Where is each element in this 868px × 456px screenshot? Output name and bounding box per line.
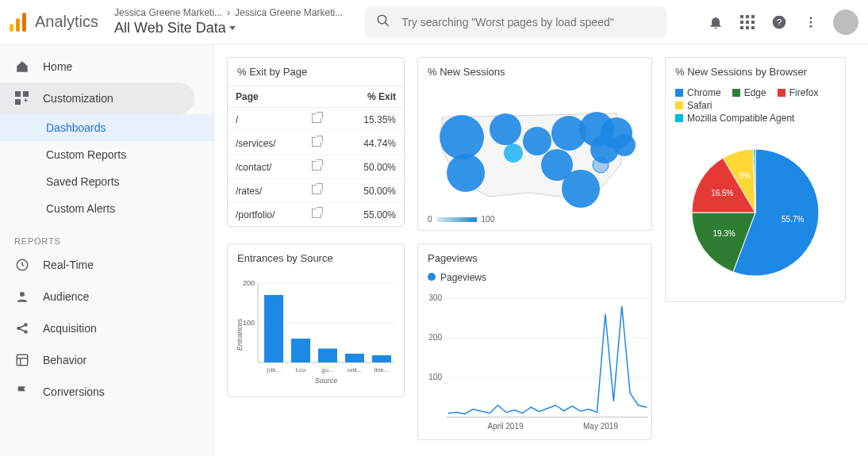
card-new-sessions-map: % New Sessions 0 100: [417, 57, 652, 231]
col-exit[interactable]: % Exit: [339, 86, 405, 108]
nav-customization[interactable]: Customization: [0, 82, 194, 114]
apps-icon[interactable]: [738, 13, 757, 32]
nav-home[interactable]: Home: [0, 51, 194, 82]
svg-text:8%: 8%: [739, 171, 751, 180]
chevron-right-icon: ›: [227, 7, 230, 18]
svg-rect-7: [751, 15, 755, 18]
nav-realtime[interactable]: Real-Time: [0, 249, 194, 281]
exit-cell: 44.74%: [339, 132, 405, 155]
user-avatar[interactable]: [833, 10, 858, 35]
nav-home-label: Home: [43, 60, 72, 73]
svg-rect-0: [10, 24, 13, 32]
table-row[interactable]: /contact/50.00%: [228, 155, 404, 179]
product-name: Analytics: [35, 13, 98, 31]
sub-dashboards[interactable]: Dashboards: [0, 114, 213, 141]
col-page[interactable]: Page: [228, 86, 304, 108]
svg-rect-1: [16, 18, 20, 32]
scale-min: 0: [428, 215, 432, 224]
table-row[interactable]: /services/44.74%: [228, 132, 404, 155]
open-icon[interactable]: [304, 179, 338, 203]
page-cell: /: [228, 108, 304, 132]
svg-line-4: [385, 22, 389, 26]
legend-chrome: Chrome: [675, 87, 721, 98]
card-entrances-by-source: Entrances by Source Entrances 200 100 (d…: [227, 243, 405, 397]
sub-custom-reports[interactable]: Custom Reports: [0, 141, 213, 168]
svg-point-34: [523, 127, 551, 155]
svg-point-27: [25, 324, 27, 326]
header-actions: ?: [706, 10, 858, 35]
pageviews-line-chart: 300 200 100 April 2019 May 2019: [418, 286, 653, 437]
svg-text:19.3%: 19.3%: [712, 229, 735, 238]
open-icon[interactable]: [304, 155, 338, 179]
map-scale: 0 100: [418, 215, 651, 230]
table-row[interactable]: /rates/50.00%: [228, 179, 404, 203]
svg-text:t.co: t.co: [296, 366, 306, 374]
svg-rect-59: [345, 354, 364, 362]
sub-custom-alerts[interactable]: Custom Alerts: [0, 195, 213, 222]
svg-rect-8: [740, 21, 743, 24]
more-vert-icon[interactable]: [801, 13, 820, 32]
svg-point-41: [613, 134, 636, 156]
svg-point-37: [562, 170, 600, 208]
page-cell: /rates/: [228, 179, 304, 203]
nav-acquisition[interactable]: Acquisition: [0, 312, 194, 344]
breadcrumb-account: Jessica Greene Marketi...: [114, 7, 222, 18]
view-name: All Web Site Data: [114, 20, 226, 36]
svg-text:go...: go...: [321, 366, 334, 374]
svg-rect-61: [372, 355, 391, 362]
svg-rect-9: [746, 21, 749, 24]
pie-legend: Chrome Edge Firefox Safari Mozilla Compa…: [666, 86, 845, 128]
nav-acquisition-label: Acquisition: [43, 322, 97, 335]
clock-icon: [14, 257, 30, 273]
view-selector-block[interactable]: Jessica Greene Marketi... › Jessica Gree…: [114, 7, 343, 36]
nav-conversions[interactable]: Conversions: [0, 376, 194, 408]
open-icon[interactable]: [304, 132, 338, 155]
svg-point-31: [447, 154, 485, 192]
pageviews-legend: Pageviews: [418, 272, 651, 286]
svg-text:200: 200: [428, 333, 442, 342]
card-title: % New Sessions by Browser: [666, 58, 845, 86]
home-icon: [14, 59, 30, 75]
svg-rect-57: [318, 349, 337, 363]
svg-point-17: [810, 21, 812, 23]
open-icon[interactable]: [304, 108, 338, 132]
svg-point-28: [25, 331, 27, 333]
svg-point-42: [593, 157, 609, 173]
entrances-bar-chart: Entrances 200 100 (dir...t.cogo...onli..…: [236, 275, 398, 386]
us-bubble-map: [418, 86, 653, 213]
svg-text:100: 100: [243, 319, 255, 327]
svg-point-33: [504, 144, 523, 163]
caret-down-icon: [229, 26, 236, 30]
nav-conversions-label: Conversions: [43, 385, 105, 398]
nav-behavior[interactable]: Behavior: [0, 344, 194, 376]
svg-point-18: [810, 25, 812, 27]
svg-point-30: [440, 115, 484, 159]
nav-audience-label: Audience: [43, 290, 89, 303]
search-input[interactable]: [401, 16, 655, 29]
open-icon[interactable]: [304, 203, 338, 227]
share-icon: [14, 320, 30, 336]
exit-cell: 50.00%: [339, 179, 405, 203]
exit-table: Page % Exit /15.35%/services/44.74%/cont…: [228, 86, 404, 226]
nav-audience[interactable]: Audience: [0, 281, 194, 312]
table-row[interactable]: /portfolio/55.00%: [228, 203, 404, 227]
search-box[interactable]: [365, 6, 666, 38]
view-dropdown[interactable]: All Web Site Data: [114, 20, 343, 36]
table-row[interactable]: /15.35%: [228, 108, 404, 132]
svg-rect-53: [264, 295, 283, 362]
nav-realtime-label: Real-Time: [43, 259, 94, 271]
sidebar: Home Customization Dashboards Custom Rep…: [0, 44, 214, 456]
svg-point-32: [490, 113, 521, 145]
person-icon: [14, 289, 30, 305]
svg-point-25: [20, 292, 25, 297]
svg-rect-11: [740, 26, 743, 29]
help-icon[interactable]: ?: [770, 13, 789, 32]
svg-text:300: 300: [428, 293, 442, 302]
svg-text:100: 100: [428, 373, 442, 381]
product-logo[interactable]: Analytics: [10, 13, 98, 32]
svg-text:55.7%: 55.7%: [782, 215, 804, 224]
sub-saved-reports[interactable]: Saved Reports: [0, 168, 213, 195]
customization-icon: [14, 90, 30, 106]
notifications-icon[interactable]: [706, 13, 725, 32]
exit-cell: 55.00%: [339, 203, 405, 227]
